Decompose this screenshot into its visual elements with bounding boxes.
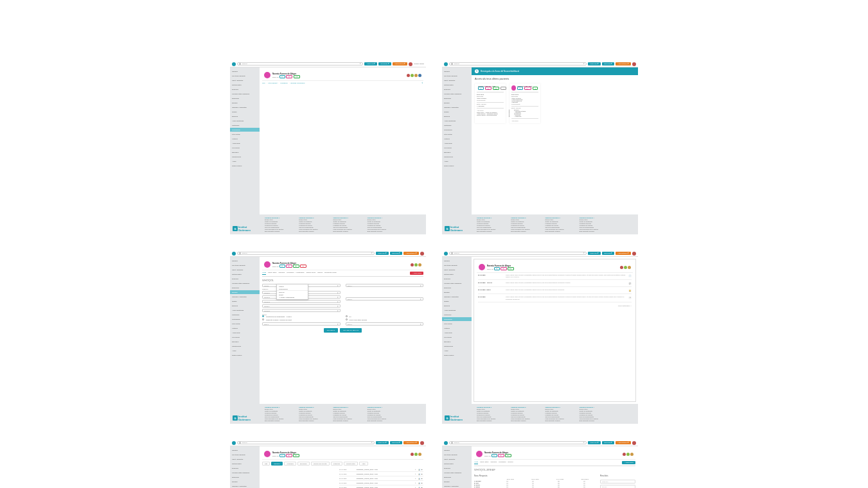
- user-avatar[interactable]: [420, 252, 424, 256]
- sidebar-item[interactable]: Informes i preguntes: [230, 484, 260, 488]
- subtab[interactable]: Sessions: [271, 462, 282, 466]
- sidebar-item[interactable]: Escales: [442, 480, 472, 484]
- footer-link[interactable]: Enllaç extern: [580, 219, 608, 220]
- sidebar-item[interactable]: Les teves pacients: [230, 453, 260, 457]
- footer-link[interactable]: Caixa de suggeriments: [511, 416, 540, 417]
- footer-link[interactable]: Enllaç extern: [477, 408, 506, 410]
- sidebar-item[interactable]: Escales: [442, 101, 472, 105]
- footer-link[interactable]: Línia d'educació sexo-afectiva: [511, 229, 540, 230]
- filter-field[interactable]: Filtrar per: [600, 480, 635, 484]
- tab[interactable]: Visita: [474, 461, 478, 464]
- sidebar-item[interactable]: Audiovisual: [230, 141, 260, 145]
- search-input[interactable]: Buscar▾: [237, 252, 375, 255]
- tab[interactable]: Cognició: [278, 272, 285, 275]
- sidebar-item[interactable]: Nutrició/dieta: [442, 462, 472, 466]
- footer-link[interactable]: Programa d'ajudes: [580, 412, 608, 414]
- sidebar-item[interactable]: Educació: [442, 340, 472, 344]
- sidebar-item[interactable]: Les teves pacients: [230, 74, 260, 78]
- tab[interactable]: Terapèutic social: [324, 272, 337, 275]
- sidebar-item[interactable]: Prendre notes mèdiques: [442, 281, 472, 285]
- sidebar-item[interactable]: General: [442, 259, 472, 263]
- sidebar-item[interactable]: Pla d'acció: [230, 146, 260, 150]
- sidebar-item[interactable]: Ajuda registrada: [442, 119, 472, 123]
- sidebar-item[interactable]: Contenido: [442, 313, 472, 317]
- footer-link[interactable]: Caixa de suggeriments: [545, 416, 574, 417]
- subtab[interactable]: Ortopèdia: [331, 462, 342, 466]
- sidebar-item[interactable]: Educació: [230, 150, 260, 154]
- footer-link[interactable]: Programa de recerca: [368, 414, 396, 415]
- footer-link[interactable]: Blog informatiu primària: [368, 231, 396, 232]
- tab[interactable]: Fisioteràpia: [296, 272, 305, 275]
- btn-admin[interactable]: Administració ▾: [403, 252, 419, 255]
- footer-link[interactable]: Gestor de continguts: [545, 410, 574, 412]
- footer-link[interactable]: Gestor de continguts: [545, 221, 574, 222]
- footer-link[interactable]: Programa de recerca: [333, 225, 362, 226]
- sidebar-item[interactable]: Audiovisual: [230, 331, 260, 335]
- sidebar-item[interactable]: Emocions: [230, 475, 260, 479]
- footer-link[interactable]: Gestor de continguts: [511, 221, 540, 222]
- sidebar-item[interactable]: Pla d'acció: [230, 335, 260, 339]
- file-action-icon[interactable]: 📊: [418, 468, 420, 471]
- sidebar-item[interactable]: Nutrició/dieta: [230, 272, 260, 276]
- footer-link[interactable]: Programa de recerca: [333, 414, 362, 415]
- btn-add[interactable]: Afegir nou ▾: [588, 252, 601, 255]
- subtab[interactable]: Report extern: [344, 462, 358, 466]
- footer-link[interactable]: Línia d'educació sexo-afectiva: [265, 418, 294, 419]
- footer-link[interactable]: Programa d'ajudes: [511, 412, 540, 414]
- file-action-icon[interactable]: ⤓: [414, 473, 417, 475]
- footer-link[interactable]: Gestor de continguts: [477, 410, 506, 412]
- sidebar-item[interactable]: Les teves pacients: [442, 74, 472, 78]
- footer-link[interactable]: Caixa de suggeriments: [368, 227, 396, 228]
- footer-link[interactable]: Programa de recerca: [368, 225, 396, 226]
- footer-link[interactable]: Programa d'ajudes: [333, 223, 362, 224]
- btn-add[interactable]: Afegir nou ▾: [588, 62, 601, 65]
- entry-icon[interactable]: 💬: [628, 282, 632, 285]
- sidebar-item[interactable]: Audiovisual: [442, 331, 472, 335]
- sidebar-item[interactable]: Ajuda: [442, 349, 472, 353]
- sidebar-item[interactable]: Salut i benestar: [230, 78, 260, 82]
- sidebar-item[interactable]: Educació: [442, 150, 472, 154]
- sidebar-item[interactable]: Informes i preguntes: [442, 484, 472, 488]
- btn-admin[interactable]: Administració ▾: [616, 252, 631, 255]
- footer-link[interactable]: Programa d'ajudes: [477, 412, 506, 414]
- sidebar-item[interactable]: Informes i preguntes: [442, 105, 472, 109]
- footer-link[interactable]: Programa d'ajudes: [368, 412, 396, 414]
- footer-link[interactable]: Enllaç extern: [368, 219, 396, 220]
- dropdown-menu[interactable]: Família Professionals PROMS Suport Al·lè…: [276, 284, 308, 300]
- footer-link[interactable]: Enllaç extern: [333, 408, 362, 410]
- sidebar-item[interactable]: Les teves pacients: [442, 453, 472, 457]
- footer-link[interactable]: Línia d'educació sexo-afectiva: [580, 418, 608, 419]
- sidebar-item[interactable]: Prendre notes mèdiques: [442, 92, 472, 96]
- btn-admin[interactable]: Administració ▾: [616, 62, 631, 65]
- sidebar-item[interactable]: Escriure: [230, 114, 260, 118]
- tab[interactable]: Psicologia: [287, 272, 294, 275]
- radio-option[interactable]: Quantitat de fills dependents = la meva: [262, 315, 341, 317]
- footer-link[interactable]: Enllaç extern: [333, 219, 362, 220]
- sidebar-item[interactable]: Escriure: [230, 304, 260, 308]
- footer-link[interactable]: Blog informatiu primària: [580, 420, 608, 421]
- sidebar-item[interactable]: Cuidadores: [442, 317, 472, 321]
- user-avatar[interactable]: [632, 62, 636, 66]
- sidebar-item[interactable]: Tancar sessió: [230, 353, 260, 357]
- sidebar-item[interactable]: Informes i preguntes: [230, 295, 260, 299]
- footer-link[interactable]: Línia d'educació sexo-afectiva: [477, 418, 506, 419]
- search-input[interactable]: Buscar▾: [449, 62, 587, 65]
- sidebar-item[interactable]: Idioma: [442, 299, 472, 303]
- sidebar-item[interactable]: General: [442, 69, 472, 73]
- subtab[interactable]: Altres: [359, 462, 368, 466]
- footer-link[interactable]: Blog informatiu primària: [333, 231, 362, 232]
- sidebar-item[interactable]: Configuració: [230, 344, 260, 348]
- footer-link[interactable]: Blog informatiu primària: [511, 231, 540, 232]
- btn-resources[interactable]: Recursos ▾: [378, 62, 391, 65]
- file-action-icon[interactable]: 📊: [418, 473, 420, 475]
- file-action-icon[interactable]: ⤓: [414, 477, 417, 480]
- footer-link[interactable]: Blog informatiu primària: [477, 231, 506, 232]
- tab[interactable]: Resum: [317, 272, 323, 275]
- sidebar-item[interactable]: Prendre notes mèdiques: [230, 92, 260, 96]
- search-input[interactable]: Buscar▾: [449, 252, 587, 255]
- select[interactable]: Tipus 1▾: [346, 284, 424, 287]
- footer-link[interactable]: Línia d'educació sexo-afectiva: [368, 229, 396, 230]
- subtab[interactable]: Exploració: [297, 462, 310, 466]
- footer-link[interactable]: Enllaç extern: [545, 219, 574, 220]
- subtab[interactable]: Anamnesis: [284, 462, 296, 466]
